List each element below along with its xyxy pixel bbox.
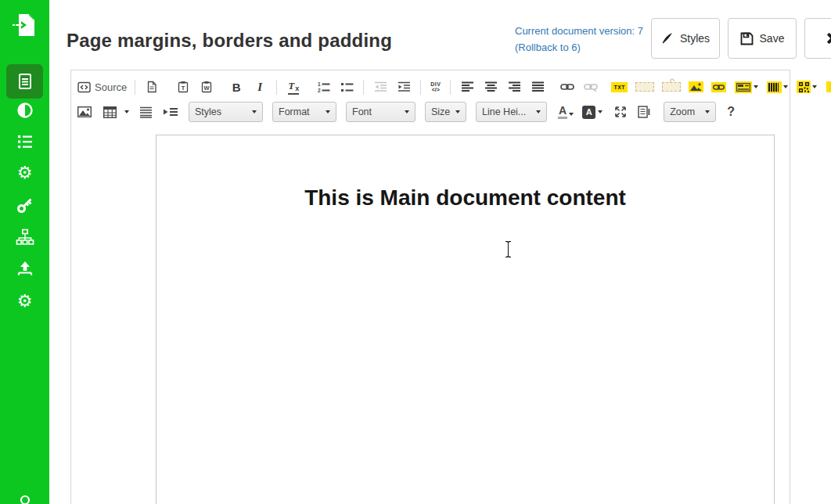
image-field-button[interactable]	[689, 81, 703, 92]
toolbar-separator	[276, 80, 277, 95]
zoom-combo-label: Zoom	[670, 106, 695, 117]
chevron-down-icon	[405, 110, 409, 113]
toolbar-separator	[450, 80, 451, 95]
zoom-combo[interactable]: Zoom	[664, 102, 716, 122]
format-combo[interactable]: Format	[272, 102, 336, 122]
bulleted-list-icon	[340, 81, 354, 93]
line-height-combo-label: Line Hei...	[482, 106, 526, 117]
sidebar-item-user[interactable]	[0, 491, 49, 504]
paste-from-word-button[interactable]: W	[200, 80, 214, 94]
align-center-button[interactable]	[484, 80, 498, 94]
text-field-button[interactable]: TXT	[611, 82, 628, 92]
link-button[interactable]	[560, 80, 574, 94]
save-button[interactable]: Save	[728, 18, 797, 59]
unlink-icon	[584, 82, 598, 92]
sidebar: ⚙ ⚙	[0, 0, 49, 504]
show-blocks-icon	[638, 106, 650, 118]
font-combo[interactable]: Font	[346, 102, 416, 122]
insert-block-button[interactable]	[162, 105, 179, 119]
chevron-down-icon	[252, 110, 257, 113]
justify-button[interactable]	[531, 80, 545, 94]
align-left-button[interactable]	[460, 80, 474, 94]
size-combo[interactable]: Size	[425, 102, 466, 122]
barcode-caret[interactable]	[783, 85, 788, 88]
gear-icon: ⚙	[17, 293, 33, 310]
app-logo-icon[interactable]	[0, 9, 49, 41]
document-icon	[16, 72, 34, 91]
align-right-icon	[508, 81, 521, 93]
align-right-button[interactable]	[507, 80, 521, 94]
bold-button[interactable]: B	[229, 80, 243, 94]
paste-text-icon: T	[177, 81, 189, 93]
sidebar-item-preferences[interactable]: ⚙	[0, 290, 49, 312]
sitemap-icon	[16, 228, 34, 247]
document-page[interactable]: This is Main document content	[156, 135, 775, 504]
bulleted-list-button[interactable]	[340, 80, 354, 94]
numbered-list-button[interactable]: 1 2	[316, 80, 330, 94]
user-icon	[15, 493, 35, 504]
text-color-button[interactable]: A	[558, 105, 574, 119]
background-color-button[interactable]: A	[576, 106, 607, 119]
line-spacing-button[interactable]	[138, 105, 153, 119]
upload-icon	[16, 259, 34, 278]
italic-button[interactable]: I	[253, 80, 267, 94]
table-button[interactable]	[101, 105, 118, 119]
formula-button[interactable]: $x	[826, 81, 831, 92]
page-title: Page margins, borders and padding	[67, 30, 392, 52]
insert-block-icon	[163, 106, 178, 117]
maximize-button[interactable]	[613, 105, 628, 119]
sidebar-item-documents[interactable]	[6, 64, 43, 99]
unlink-button[interactable]	[584, 80, 598, 94]
form-field-caret[interactable]	[754, 85, 758, 88]
styles-button[interactable]: Styles	[651, 18, 720, 59]
list-icon	[16, 132, 34, 151]
close-button[interactable]	[804, 18, 831, 59]
new-page-icon	[146, 81, 158, 93]
toolbar-separator	[420, 80, 421, 95]
pen-icon	[661, 32, 674, 45]
sidebar-item-upload[interactable]	[0, 258, 49, 279]
font-combo-label: Font	[352, 106, 372, 117]
save-button-label: Save	[760, 32, 785, 45]
show-blocks-button[interactable]	[637, 105, 651, 119]
sidebar-item-settings[interactable]: ⚙	[0, 162, 49, 184]
form-field-button[interactable]	[735, 81, 752, 93]
qrcode-button[interactable]	[797, 81, 811, 93]
key-icon	[16, 196, 34, 214]
sidebar-item-list[interactable]	[0, 131, 49, 152]
size-combo-label: Size	[431, 106, 450, 117]
save-icon	[740, 32, 754, 45]
toolbar-row-1: Source T W B I	[76, 77, 831, 97]
styles-combo-label: Styles	[195, 106, 221, 117]
table-icon	[103, 106, 117, 118]
align-center-icon	[484, 81, 498, 93]
sidebar-item-sitemap[interactable]	[0, 227, 49, 247]
remove-format-button[interactable]: Tx	[286, 80, 300, 94]
div-container-button[interactable]: DIV </>	[430, 81, 441, 92]
insert-image-button[interactable]	[77, 105, 92, 119]
link-field-button[interactable]	[711, 82, 726, 92]
anchor-placeholder-button[interactable]	[662, 82, 681, 92]
qrcode-caret[interactable]	[812, 85, 817, 88]
about-button[interactable]: ?	[727, 105, 735, 119]
chain-icon	[713, 84, 725, 91]
table-caret[interactable]	[124, 110, 129, 113]
qrcode-icon	[799, 82, 809, 92]
sidebar-item-keys[interactable]	[0, 194, 49, 216]
svg-text:2: 2	[318, 88, 321, 93]
decrease-indent-button[interactable]	[373, 80, 387, 94]
source-button[interactable]: Source	[77, 81, 127, 94]
paste-as-text-button[interactable]: T	[176, 80, 190, 94]
increase-indent-button[interactable]	[397, 80, 411, 94]
rollback-link[interactable]: (Rollback to 6)	[515, 39, 652, 56]
remove-format-icon: Tx	[288, 80, 299, 95]
format-combo-label: Format	[279, 106, 310, 117]
toolbar-separator	[363, 80, 364, 95]
text-placeholder-button[interactable]	[635, 82, 654, 92]
styles-button-label: Styles	[680, 32, 710, 45]
styles-combo[interactable]: Styles	[189, 102, 263, 122]
barcode-button[interactable]	[767, 81, 782, 93]
new-page-button[interactable]	[145, 80, 159, 94]
line-height-combo[interactable]: Line Hei...	[476, 102, 547, 122]
sidebar-item-contrast[interactable]	[0, 100, 49, 121]
